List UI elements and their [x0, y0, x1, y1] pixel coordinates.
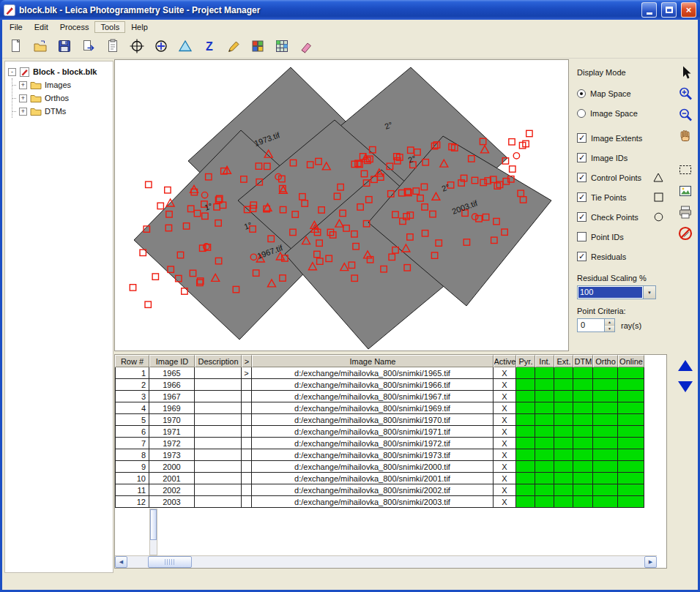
status-cell-ortho[interactable]	[593, 367, 618, 379]
image-id-cell[interactable]: 2000	[149, 461, 195, 473]
status-cell-ext[interactable]	[554, 484, 573, 496]
toolbar-export-button[interactable]	[79, 37, 98, 56]
status-cell-online[interactable]	[618, 379, 644, 391]
status-cell-ortho[interactable]	[593, 449, 618, 461]
description-cell[interactable]	[195, 379, 242, 391]
row-number-cell[interactable]: 9	[115, 461, 149, 473]
checkbox-image-extents[interactable]: ✓Image Extents	[577, 128, 674, 148]
status-cell-ortho[interactable]	[593, 484, 618, 496]
image-id-cell[interactable]: 1972	[149, 438, 195, 449]
description-cell[interactable]	[195, 402, 242, 414]
status-cell-pyr[interactable]	[516, 484, 535, 496]
status-cell-pyr[interactable]	[516, 496, 535, 508]
description-cell[interactable]	[195, 484, 242, 496]
point-criteria-spinner[interactable]: 0 ▲ ▼	[577, 318, 615, 332]
map-canvas[interactable]: 1973.tif2°2°2°2003.tif1°1°1967.tif	[114, 59, 569, 351]
status-cell-int[interactable]	[535, 438, 554, 449]
zoom-out-tool-button[interactable]	[676, 106, 695, 124]
description-cell[interactable]	[195, 367, 242, 379]
toolbar-open-button[interactable]	[31, 37, 50, 56]
toolbar-z-button[interactable]: Z	[200, 37, 219, 56]
column-header-image-name[interactable]: Image Name	[252, 355, 494, 367]
arrow-cell[interactable]	[242, 496, 252, 508]
image-name-cell[interactable]: d:/exchange/mihailovka_800/snimki/1966.t…	[252, 379, 494, 391]
column-header-description[interactable]: Description	[195, 355, 242, 367]
column-header-ext[interactable]: Ext.	[554, 355, 573, 367]
toolbar-eraser-button[interactable]	[297, 37, 316, 56]
status-cell-int[interactable]	[535, 496, 554, 508]
status-cell-pyr[interactable]	[516, 402, 535, 414]
pointer-tool-button[interactable]	[676, 64, 695, 81]
status-cell-int[interactable]	[535, 461, 554, 473]
active-cell[interactable]: X	[494, 367, 516, 379]
image-name-cell[interactable]: d:/exchange/mihailovka_800/snimki/2003.t…	[252, 496, 494, 508]
row-number-cell[interactable]: 12	[115, 496, 149, 508]
status-cell-ortho[interactable]	[593, 461, 618, 473]
select-tool-button[interactable]	[676, 161, 695, 179]
vertical-scroll-thumb[interactable]	[150, 509, 157, 540]
expand-icon[interactable]: +	[19, 81, 27, 89]
image-id-cell[interactable]: 1967	[149, 391, 195, 402]
column-header-col[interactable]: >	[242, 355, 252, 367]
status-cell-pyr[interactable]	[516, 461, 535, 473]
residual-scaling-combo[interactable]: 100 ▼	[577, 285, 656, 299]
status-cell-dtm[interactable]	[573, 496, 593, 508]
checkbox-control-points[interactable]: ✓Control Points	[577, 168, 674, 187]
horizontal-scroll-thumb[interactable]	[148, 556, 192, 568]
arrow-cell[interactable]	[242, 426, 252, 438]
image-name-cell[interactable]: d:/exchange/mihailovka_800/snimki/1973.t…	[252, 449, 494, 461]
expand-icon[interactable]: +	[19, 94, 27, 102]
radio-map-space[interactable]: Map Space	[577, 83, 674, 103]
image-name-cell[interactable]: d:/exchange/mihailovka_800/snimki/2001.t…	[252, 473, 494, 484]
status-cell-online[interactable]	[618, 473, 644, 484]
status-cell-dtm[interactable]	[573, 402, 593, 414]
toolbar-mosaic-button[interactable]	[272, 37, 291, 56]
row-number-cell[interactable]: 3	[115, 391, 149, 402]
image-name-cell[interactable]: d:/exchange/mihailovka_800/snimki/1965.t…	[252, 367, 494, 379]
status-cell-online[interactable]	[618, 402, 644, 414]
status-cell-pyr[interactable]	[516, 379, 535, 391]
row-number-cell[interactable]: 5	[115, 414, 149, 426]
status-cell-pyr[interactable]	[516, 414, 535, 426]
status-cell-online[interactable]	[618, 496, 644, 508]
status-cell-ortho[interactable]	[593, 414, 618, 426]
column-header-dtm[interactable]: DTM	[573, 355, 593, 367]
toolbar-point-measure-button[interactable]	[127, 37, 146, 56]
checkbox-point-ids[interactable]: Point IDs	[577, 227, 674, 247]
status-cell-dtm[interactable]	[573, 391, 593, 402]
menu-item-help[interactable]: Help	[125, 21, 154, 33]
status-cell-pyr[interactable]	[516, 438, 535, 449]
radio-image-space[interactable]: Image Space	[577, 103, 674, 123]
expand-icon[interactable]: +	[19, 108, 27, 116]
image-id-cell[interactable]: 1973	[149, 449, 195, 461]
description-cell[interactable]	[195, 461, 242, 473]
menu-item-tools[interactable]: Tools	[94, 21, 125, 33]
status-cell-ext[interactable]	[554, 414, 573, 426]
print-tool-button[interactable]	[676, 203, 695, 221]
status-cell-online[interactable]	[618, 438, 644, 449]
status-cell-int[interactable]	[535, 414, 554, 426]
status-cell-dtm[interactable]	[573, 426, 593, 438]
row-number-cell[interactable]: 8	[115, 449, 149, 461]
row-number-cell[interactable]: 11	[115, 484, 149, 496]
status-cell-ext[interactable]	[554, 367, 573, 379]
tree-item-dtms[interactable]: +DTMs	[12, 105, 111, 118]
table-vertical-scrollbar[interactable]	[149, 509, 157, 555]
scroll-left-button[interactable]: ◀	[115, 556, 127, 568]
arrow-cell[interactable]	[242, 473, 252, 484]
toolbar-report-button[interactable]	[103, 37, 122, 56]
status-cell-online[interactable]	[618, 461, 644, 473]
collapse-icon[interactable]: -	[8, 68, 16, 76]
status-cell-pyr[interactable]	[516, 473, 535, 484]
image-id-cell[interactable]: 2001	[149, 473, 195, 484]
image-name-cell[interactable]: d:/exchange/mihailovka_800/snimki/2002.t…	[252, 484, 494, 496]
status-cell-online[interactable]	[618, 426, 644, 438]
status-cell-ext[interactable]	[554, 379, 573, 391]
description-cell[interactable]	[195, 496, 242, 508]
checkbox-residuals[interactable]: ✓Residuals	[577, 247, 674, 266]
row-number-cell[interactable]: 1	[115, 367, 149, 379]
status-cell-pyr[interactable]	[516, 426, 535, 438]
image-name-cell[interactable]: d:/exchange/mihailovka_800/snimki/1969.t…	[252, 402, 494, 414]
status-cell-ext[interactable]	[554, 438, 573, 449]
active-cell[interactable]: X	[494, 379, 516, 391]
